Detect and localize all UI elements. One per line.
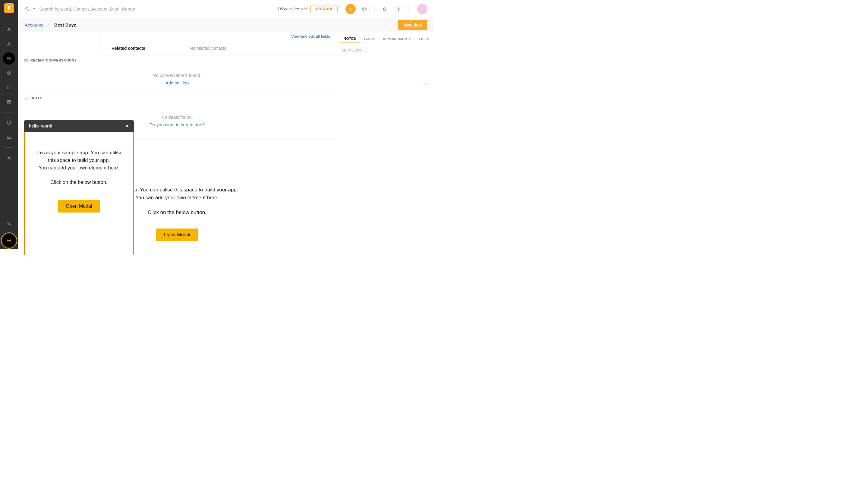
tab-tasks[interactable]: TASKS <box>360 37 379 43</box>
svg-rect-3 <box>9 58 11 60</box>
view-edit-fields-link[interactable]: View and edit all fields <box>292 34 330 39</box>
search-icon[interactable] <box>25 6 29 11</box>
tab-notes[interactable]: NOTES <box>340 37 360 43</box>
nav-leads[interactable] <box>3 24 15 36</box>
nav-contacts[interactable] <box>3 38 15 50</box>
nav-divider <box>5 112 13 113</box>
open-modal-button-fullpage[interactable]: Open Modal <box>156 228 198 241</box>
section-deals[interactable]: DEALS <box>18 93 336 103</box>
new-deal-button[interactable]: New deal <box>398 20 427 30</box>
activity-sidepanel: NOTES TASKS APPOINTMENTS FILES Start typ… <box>336 32 434 249</box>
app-popup: hello_world ✕ This is your sample app. Y… <box>24 120 134 249</box>
tab-files[interactable]: FILES <box>415 37 433 43</box>
funnel-icon <box>6 5 12 11</box>
breadcrumb-accounts[interactable]: Accounts <box>25 22 43 27</box>
svg-rect-16 <box>25 60 28 62</box>
svg-point-12 <box>8 239 11 243</box>
nav-reports[interactable] <box>3 117 15 129</box>
deals-empty: No deals found. <box>24 115 330 120</box>
nav-deals[interactable] <box>3 67 15 79</box>
svg-point-14 <box>26 7 28 10</box>
svg-point-1 <box>9 42 10 44</box>
nav-dashboards[interactable] <box>3 131 15 143</box>
svg-point-9 <box>9 157 10 159</box>
notifications-button[interactable] <box>379 4 390 14</box>
svg-point-13 <box>9 240 10 241</box>
nav-calendar[interactable]: 23 <box>3 96 15 108</box>
related-contacts-row: Related contacts No related contacts <box>99 41 336 55</box>
nav-marketplace[interactable] <box>2 234 16 247</box>
breadcrumb-bar: Accounts › Best Buyz New deal <box>18 18 434 32</box>
dollar-icon <box>24 96 28 100</box>
chevron-right-icon: › <box>48 23 50 27</box>
conversations-empty: No conversations found. <box>24 73 330 78</box>
user-avatar[interactable]: J <box>417 4 427 14</box>
popup-title: hello_world <box>29 123 52 128</box>
popup-header[interactable]: hello_world ✕ <box>24 120 134 132</box>
record-summary-placeholder <box>18 32 99 56</box>
related-contacts-value: No related contacts <box>190 46 226 51</box>
svg-rect-15 <box>363 8 366 10</box>
svg-point-0 <box>9 28 10 29</box>
envelope-icon <box>24 58 28 62</box>
svg-text:23: 23 <box>8 102 10 104</box>
left-nav-rail: 23 <box>0 0 18 249</box>
nav-settings[interactable] <box>3 152 15 164</box>
section-recent-conversations[interactable]: RECENT CONVERSATIONS <box>18 56 336 65</box>
open-modal-button-popup[interactable]: Open Modal <box>58 200 100 212</box>
save-note-button[interactable]: ✓ <box>423 80 430 88</box>
search-scope-dropdown[interactable]: ▼ <box>32 7 36 11</box>
nav-integrations[interactable] <box>2 217 16 230</box>
upgrade-button[interactable]: UPGRADE <box>310 5 337 13</box>
sidepanel-tabs: NOTES TASKS APPOINTMENTS FILES <box>336 32 434 43</box>
add-call-log-link[interactable]: Add call log <box>24 80 330 85</box>
svg-rect-2 <box>7 57 9 60</box>
tab-appointments[interactable]: APPOINTMENTS <box>379 37 415 43</box>
notes-editor[interactable]: Start typing... <box>336 43 434 78</box>
nav-conversations[interactable] <box>3 81 15 93</box>
brand-logo[interactable] <box>4 3 14 13</box>
nav-divider-2 <box>5 147 13 148</box>
topbar: ▼ 335 days free trial UPGRADE ? J <box>18 0 434 18</box>
breadcrumb-current: Best Buyz <box>54 22 76 27</box>
trial-remaining: 335 days free trial <box>276 6 307 11</box>
quick-add-button[interactable] <box>345 4 356 14</box>
close-icon[interactable]: ✕ <box>125 123 129 129</box>
related-contacts-label: Related contacts <box>99 46 190 51</box>
help-button[interactable]: ? <box>393 4 403 14</box>
email-button[interactable] <box>359 4 370 14</box>
global-search-input[interactable] <box>39 6 166 11</box>
nav-accounts[interactable] <box>3 52 15 65</box>
